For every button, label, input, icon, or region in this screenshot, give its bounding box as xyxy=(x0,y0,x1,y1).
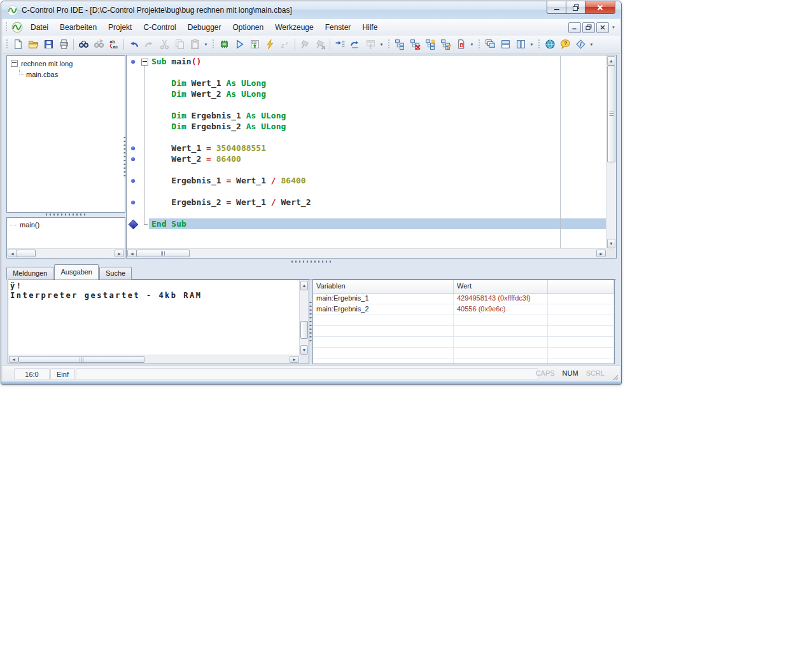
statement-dot-icon[interactable] xyxy=(131,60,135,64)
code-text[interactable]: Ergebnis_1 = Wert_1 / 86400 xyxy=(149,175,606,186)
sleep-button[interactable]: zz xyxy=(277,38,293,52)
cascade-windows-button[interactable] xyxy=(482,38,498,52)
statement-dot-icon[interactable] xyxy=(131,146,135,150)
code-text[interactable] xyxy=(149,186,606,197)
scroll-left-icon[interactable]: ◄ xyxy=(127,250,137,257)
tab-ausgaben[interactable]: Ausgaben xyxy=(54,264,99,280)
collapse-icon[interactable] xyxy=(11,60,18,67)
variable-row[interactable] xyxy=(313,315,614,326)
breakpoint-margin[interactable] xyxy=(127,175,140,186)
find-button[interactable] xyxy=(76,38,91,52)
scrollbar-thumb[interactable] xyxy=(18,356,144,363)
mdi-close-button[interactable] xyxy=(596,22,609,33)
restore-button[interactable] xyxy=(566,1,585,14)
fold-margin[interactable] xyxy=(140,89,149,99)
print-button[interactable] xyxy=(56,38,71,52)
redo-button[interactable] xyxy=(141,38,157,52)
save-button[interactable] xyxy=(41,38,56,52)
code-line-14[interactable]: Ergebnis_2 = Wert_1 / Wert_2 xyxy=(127,197,606,208)
fold-margin[interactable] xyxy=(140,153,149,164)
menu-datei[interactable]: Datei xyxy=(25,20,54,35)
breakpoint-button[interactable] xyxy=(297,38,312,52)
tab-suche[interactable]: Suche xyxy=(99,267,132,280)
variable-row[interactable] xyxy=(313,326,614,337)
undo-button[interactable] xyxy=(126,38,141,52)
menubar-grip[interactable] xyxy=(4,22,8,32)
cut-button[interactable] xyxy=(157,38,172,52)
clear-breakpoints-button[interactable] xyxy=(312,38,328,52)
minimize-button[interactable] xyxy=(547,1,566,14)
toolbar-overflow-arrow-icon[interactable]: ▼ xyxy=(588,38,595,52)
tab-meldungen[interactable]: Meldungen xyxy=(6,267,53,280)
scrollbar-thumb[interactable] xyxy=(136,250,190,257)
toolbar-overflow-arrow-icon[interactable]: ▼ xyxy=(468,38,475,52)
variables-table[interactable]: VariablenWertmain:Ergebnis_14294958143 (… xyxy=(312,280,615,364)
breakpoint-list-button[interactable]: B xyxy=(453,38,468,52)
code-line-13[interactable] xyxy=(127,186,606,197)
compile-button[interactable] xyxy=(216,38,232,52)
column-header-empty[interactable] xyxy=(548,280,614,293)
code-line-8[interactable] xyxy=(127,132,606,143)
tile-horizontal-button[interactable] xyxy=(498,38,513,52)
code-editor[interactable]: Sub main() Dim Wert_1 As ULong Dim Wert_… xyxy=(126,55,617,259)
paste-button[interactable] xyxy=(187,38,202,52)
code-line-16[interactable]: End Sub xyxy=(127,218,606,229)
project-file-item[interactable]: main.cbas xyxy=(7,69,125,80)
code-line-3[interactable]: Dim Wert_1 As ULong xyxy=(127,78,606,89)
step-over-button[interactable] xyxy=(347,38,363,52)
breakpoint-margin[interactable] xyxy=(127,99,140,110)
code-text[interactable] xyxy=(149,67,606,78)
toolbar-grip[interactable] xyxy=(5,39,8,50)
fold-collapse-icon[interactable] xyxy=(141,59,148,66)
scrollbar-thumb[interactable] xyxy=(17,250,36,257)
breakpoint-margin[interactable] xyxy=(127,89,140,99)
breakpoint-margin[interactable] xyxy=(127,132,140,143)
scroll-right-icon[interactable]: ► xyxy=(596,250,606,257)
toolbar-grip[interactable] xyxy=(387,39,390,50)
editor-vscrollbar[interactable]: ▲ ▼ xyxy=(606,55,616,249)
transfer-button[interactable]: 010 xyxy=(247,38,262,52)
code-line-6[interactable]: Dim Ergebnis_1 As ULong xyxy=(127,110,606,121)
code-text[interactable]: Dim Wert_2 As ULong xyxy=(149,89,606,99)
fold-margin[interactable] xyxy=(140,164,149,175)
step-out-button[interactable] xyxy=(363,38,378,52)
code-text[interactable]: Ergebnis_2 = Wert_1 / Wert_2 xyxy=(149,197,606,208)
code-line-15[interactable] xyxy=(127,208,606,218)
tile-vertical-button[interactable] xyxy=(513,38,528,52)
variable-row[interactable] xyxy=(313,337,614,348)
variable-row[interactable]: main:Ergebnis_14294958143 (0xffffdc3f) xyxy=(313,294,614,304)
output-vscrollbar[interactable]: ▲ ▼ xyxy=(299,280,309,355)
fold-margin[interactable] xyxy=(140,56,149,67)
toolbar-grip[interactable] xyxy=(477,39,480,50)
breakpoint-margin[interactable] xyxy=(127,164,140,175)
column-header-Wert[interactable]: Wert xyxy=(454,280,548,293)
breakpoint-margin[interactable] xyxy=(127,186,140,197)
fold-margin[interactable] xyxy=(140,186,149,197)
scrollbar-thumb[interactable] xyxy=(607,66,615,162)
step-into-button[interactable] xyxy=(332,38,347,52)
watch-edit-button[interactable] xyxy=(438,38,453,52)
menu-hilfe[interactable]: Hilfe xyxy=(356,20,383,35)
menu-bearbeiten[interactable]: Bearbeiten xyxy=(54,20,102,35)
fold-margin[interactable] xyxy=(140,67,149,78)
symbol-item-main[interactable]: main() xyxy=(7,220,125,230)
fold-margin[interactable] xyxy=(140,218,149,229)
toolbar-overflow-arrow-icon[interactable]: ▼ xyxy=(378,38,385,52)
scroll-down-icon[interactable]: ▼ xyxy=(300,345,308,355)
breakpoint-margin[interactable] xyxy=(127,208,140,218)
variable-row[interactable] xyxy=(313,358,614,364)
watch-delete-button[interactable] xyxy=(407,38,423,52)
scroll-down-icon[interactable]: ▼ xyxy=(607,239,615,248)
replace-button[interactable]: abac xyxy=(106,38,122,52)
scrollbar-thumb[interactable] xyxy=(300,321,308,339)
menu-projekt[interactable]: Projekt xyxy=(102,20,137,35)
debug-button[interactable] xyxy=(262,38,277,52)
toolbar-overflow-arrow-icon[interactable]: ▼ xyxy=(528,38,535,52)
editor-hscrollbar[interactable]: ◄ ► xyxy=(127,248,606,258)
menu-debugger[interactable]: Debugger xyxy=(182,20,227,35)
breakpoint-margin[interactable] xyxy=(127,110,140,121)
run-button[interactable] xyxy=(232,38,247,52)
scroll-right-icon[interactable]: ► xyxy=(115,250,124,257)
breakpoint-margin[interactable] xyxy=(127,78,140,89)
statement-dot-icon[interactable] xyxy=(131,201,135,204)
